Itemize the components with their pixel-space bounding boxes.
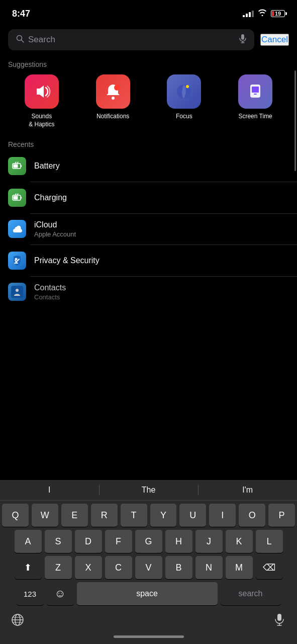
- key-O[interactable]: O: [239, 504, 265, 527]
- battery-text: Battery: [34, 162, 289, 171]
- keyboard: I The I'm Q W E R T Y U I O P A S D F G …: [0, 480, 297, 644]
- svg-point-13: [255, 89, 256, 90]
- key-F[interactable]: F: [105, 530, 132, 553]
- contacts-recent-icon: [8, 283, 26, 301]
- suggestion-focus[interactable]: Focus: [151, 74, 218, 128]
- key-S[interactable]: S: [45, 530, 72, 553]
- svg-marker-5: [37, 86, 44, 98]
- scrollbar[interactable]: [294, 70, 296, 171]
- keyboard-row-4: 123 ☺ space search: [0, 579, 297, 605]
- key-G[interactable]: G: [135, 530, 162, 553]
- home-indicator: [114, 635, 184, 638]
- keyboard-row-1: Q W E R T Y U I O P: [0, 501, 297, 527]
- icloud-title: iCloud: [34, 220, 289, 229]
- key-Z[interactable]: Z: [45, 556, 72, 579]
- battery-recent-icon: [8, 157, 26, 175]
- search-bar[interactable]: Search: [8, 29, 254, 50]
- sounds-label: Sounds& Haptics: [29, 113, 54, 128]
- search-icon: [16, 35, 24, 45]
- keyboard-bottom-row: [0, 605, 297, 631]
- contacts-title: Contacts: [34, 283, 289, 292]
- suggestions-grid: Sounds& Haptics Notifications Focus: [0, 74, 297, 136]
- key-J[interactable]: J: [195, 530, 223, 553]
- key-D[interactable]: D: [75, 530, 102, 553]
- shift-key[interactable]: ⬆: [15, 556, 42, 579]
- autocomplete-I[interactable]: I: [0, 486, 99, 495]
- focus-icon: [167, 74, 201, 109]
- suggestion-screen-time[interactable]: Screen Time: [222, 74, 289, 128]
- notifications-icon: [96, 74, 130, 109]
- status-bar: 8:47 19: [0, 0, 297, 25]
- search-input[interactable]: Search: [28, 35, 235, 45]
- svg-rect-21: [14, 196, 18, 199]
- suggestions-header: Suggestions: [0, 56, 297, 74]
- autocomplete-bar: I The I'm: [0, 480, 297, 501]
- svg-point-27: [16, 289, 19, 292]
- icloud-text: iCloud Apple Account: [34, 220, 289, 238]
- key-T[interactable]: T: [121, 504, 147, 527]
- key-E[interactable]: E: [61, 504, 88, 527]
- svg-line-1: [22, 40, 24, 43]
- svg-rect-2: [241, 34, 244, 40]
- suggestion-sounds[interactable]: Sounds& Haptics: [8, 74, 75, 128]
- key-N[interactable]: N: [195, 556, 223, 579]
- delete-key[interactable]: ⌫: [256, 556, 283, 579]
- autocomplete-The[interactable]: The: [99, 486, 198, 495]
- svg-rect-17: [21, 165, 22, 167]
- svg-point-7: [112, 97, 115, 100]
- mic-icon[interactable]: [239, 34, 246, 45]
- key-R[interactable]: R: [91, 504, 118, 527]
- sounds-icon: [25, 74, 59, 109]
- contacts-text: Contacts Contacts: [34, 283, 289, 301]
- emoji-key[interactable]: ☺: [47, 582, 74, 605]
- key-H[interactable]: H: [165, 530, 192, 553]
- charging-text: Charging: [34, 193, 289, 202]
- key-V[interactable]: V: [135, 556, 162, 579]
- svg-point-25: [15, 258, 18, 260]
- globe-key[interactable]: [4, 608, 31, 631]
- privacy-recent-icon: [8, 252, 26, 270]
- screen-time-label: Screen Time: [238, 113, 272, 121]
- key-L[interactable]: L: [256, 530, 283, 553]
- cancel-button[interactable]: Cancel: [260, 34, 289, 46]
- charging-recent-icon: [8, 189, 26, 207]
- recents-header: Recents: [0, 136, 297, 150]
- search-key[interactable]: search: [221, 582, 281, 605]
- recent-battery[interactable]: Battery: [0, 150, 297, 182]
- space-key[interactable]: space: [77, 582, 218, 605]
- wifi-icon: [258, 9, 267, 18]
- screen-time-icon: [238, 74, 272, 109]
- key-X[interactable]: X: [75, 556, 102, 579]
- key-K[interactable]: K: [226, 530, 253, 553]
- icloud-recent-icon: [8, 220, 26, 238]
- key-U[interactable]: U: [179, 504, 206, 527]
- svg-point-8: [186, 85, 189, 88]
- charging-title: Charging: [34, 193, 289, 202]
- privacy-title: Privacy & Security: [34, 256, 289, 265]
- suggestion-notifications[interactable]: Notifications: [79, 74, 147, 128]
- key-I[interactable]: I: [209, 504, 236, 527]
- contacts-subtitle: Contacts: [34, 293, 289, 301]
- numbers-key[interactable]: 123: [17, 582, 44, 605]
- svg-rect-16: [14, 165, 18, 168]
- recent-charging[interactable]: Charging: [0, 182, 297, 213]
- key-P[interactable]: P: [268, 504, 295, 527]
- recent-icloud[interactable]: iCloud Apple Account: [0, 213, 297, 245]
- battery-title: Battery: [34, 162, 289, 171]
- svg-rect-14: [254, 94, 257, 95]
- key-W[interactable]: W: [32, 504, 58, 527]
- key-C[interactable]: C: [105, 556, 132, 579]
- icloud-subtitle: Apple Account: [34, 230, 289, 238]
- key-Y[interactable]: Y: [150, 504, 177, 527]
- svg-rect-33: [277, 614, 281, 621]
- mic-keyboard-key[interactable]: [266, 608, 293, 631]
- key-M[interactable]: M: [226, 556, 253, 579]
- key-Q[interactable]: Q: [2, 504, 29, 527]
- autocomplete-Im[interactable]: I'm: [198, 486, 297, 495]
- key-A[interactable]: A: [15, 530, 42, 553]
- recent-contacts[interactable]: Contacts Contacts: [0, 276, 297, 307]
- recent-privacy[interactable]: Privacy & Security: [0, 245, 297, 276]
- svg-rect-22: [21, 197, 22, 199]
- focus-label: Focus: [176, 113, 192, 121]
- key-B[interactable]: B: [165, 556, 192, 579]
